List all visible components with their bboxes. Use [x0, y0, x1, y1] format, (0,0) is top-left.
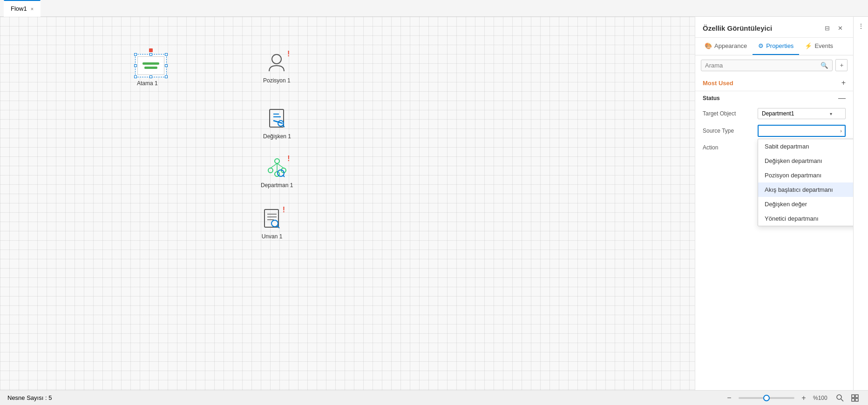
target-object-row: Target Object Department1 ▾ [695, 105, 853, 122]
tab-properties[interactable]: ⚙ Properties [753, 38, 799, 55]
atama1-label: Atama 1 [137, 80, 158, 87]
main-layout: Atama 1 ! Pozisyon 1 [0, 17, 868, 390]
degisken1-icon [266, 108, 288, 130]
red-handle-atama1 [149, 48, 153, 52]
tab-bar: Flow1 × [0, 0, 868, 17]
grid-icon [851, 394, 859, 402]
target-object-label: Target Object [703, 110, 754, 117]
svg-line-9 [277, 163, 284, 168]
search-button[interactable]: 🔍 [821, 62, 828, 69]
atama-line-1 [142, 62, 159, 65]
departman1-icon [266, 156, 288, 179]
dropdown-item-5[interactable]: Yönetici departmanı [758, 211, 853, 226]
status-bar: Nesne Sayısı : 5 − + %100 [0, 390, 868, 405]
dropdown-item-2[interactable]: Pozisyon departmanı [758, 168, 853, 182]
zoom-slider-track[interactable] [739, 397, 794, 399]
grid-toggle-button[interactable] [849, 392, 861, 404]
search-row: 🔍 ＋ [701, 59, 848, 71]
most-used-label: Most Used [703, 80, 733, 87]
corner-bm [149, 75, 152, 78]
pozisyon1-label: Pozisyon 1 [263, 77, 291, 84]
svg-rect-23 [852, 398, 854, 401]
dropdown-item-1[interactable]: Değişken departmanı [758, 154, 853, 168]
canvas-node-pozisyon1[interactable]: ! Pozisyon 1 [263, 52, 291, 84]
tab-events[interactable]: ⚡ Events [799, 38, 839, 55]
zoom-in-button[interactable]: + [798, 392, 809, 404]
target-object-chevron: ▾ [830, 111, 832, 116]
zoom-slider-dot [763, 395, 770, 401]
target-object-dropdown[interactable]: Department1 ▾ [758, 108, 846, 119]
svg-rect-21 [852, 395, 854, 398]
atama-node-box [135, 54, 167, 77]
status-bar-left: Nesne Sayısı : 5 [7, 394, 716, 401]
svg-rect-24 [855, 398, 858, 401]
flow1-tab-label: Flow1 [11, 5, 27, 12]
fit-icon [836, 394, 844, 402]
corner-tl [134, 53, 137, 56]
corner-br [165, 75, 168, 78]
status-label: Status [703, 95, 720, 101]
corner-lm [134, 64, 137, 67]
svg-point-4 [275, 159, 279, 163]
unvan1-label: Unvan 1 [262, 233, 283, 240]
pin-panel-button[interactable]: ⊟ [821, 22, 833, 34]
canvas-area[interactable]: Atama 1 ! Pozisyon 1 [0, 17, 695, 390]
departman1-label: Departman 1 [261, 182, 293, 189]
panel-header: Özellik Görüntüleyici ⊟ ✕ [695, 17, 853, 38]
appearance-label: Appearance [714, 42, 747, 49]
canvas-node-atama1[interactable]: Atama 1 [135, 54, 167, 87]
status-collapse-button[interactable]: — [838, 94, 846, 102]
zoom-out-button[interactable]: − [724, 392, 735, 404]
dropdown-item-3[interactable]: Akış başlatıcı departmanı [758, 182, 853, 197]
most-used-section-header: Most Used + [695, 75, 853, 91]
panel-title: Özellik Görüntüleyici [703, 24, 772, 32]
source-type-label: Source Type [703, 128, 754, 134]
add-property-button[interactable]: ＋ [835, 59, 848, 71]
events-icon: ⚡ [805, 42, 812, 49]
pozisyon1-warning: ! [287, 50, 290, 58]
properties-label: Properties [766, 42, 793, 49]
search-box: 🔍 [701, 60, 833, 71]
unvan1-icon [261, 208, 283, 230]
source-type-input[interactable] [758, 125, 846, 137]
source-type-dropdown-menu: Sabit departman Değişken departmanı Pozi… [758, 139, 853, 226]
action-label: Action [703, 144, 754, 151]
flow1-tab-close[interactable]: × [31, 6, 34, 12]
sidebar-toggle: ⋮ [853, 17, 868, 390]
degisken1-label: Değişken 1 [263, 133, 291, 140]
corner-tr [165, 53, 168, 56]
canvas-node-unvan1[interactable]: ! Unvan 1 [261, 208, 283, 240]
dropdown-item-4[interactable]: Değişken değer [758, 197, 853, 211]
canvas-node-degisken1[interactable]: Değişken 1 [263, 108, 291, 140]
events-label: Events [814, 42, 833, 49]
canvas-node-departman1[interactable]: ! Departman 1 [261, 156, 293, 189]
status-section: Status — [695, 91, 853, 105]
svg-point-17 [271, 220, 278, 227]
atama-line-2 [144, 67, 157, 69]
sidebar-toggle-button[interactable]: ⋮ [856, 20, 866, 32]
corner-tm [149, 53, 152, 56]
corner-rm [165, 64, 168, 67]
svg-line-8 [271, 163, 277, 168]
departman1-warning: ! [287, 155, 290, 163]
most-used-expand-button[interactable]: + [841, 79, 846, 87]
fit-view-button[interactable] [834, 392, 846, 404]
panel-header-actions: ⊟ ✕ [821, 22, 846, 34]
search-input[interactable] [705, 62, 818, 69]
svg-rect-22 [855, 395, 858, 398]
flow1-tab[interactable]: Flow1 × [4, 0, 41, 17]
target-object-value: Department1 ▾ [758, 108, 846, 119]
source-type-row: Source Type › Sabit departman Değişken d… [695, 122, 853, 140]
pozisyon1-icon [265, 52, 288, 74]
appearance-icon: 🎨 [705, 42, 712, 49]
svg-rect-1 [270, 109, 284, 127]
zoom-percent: %100 [813, 395, 831, 401]
tab-appearance[interactable]: 🎨 Appearance [699, 38, 753, 55]
target-object-selected: Department1 [762, 110, 794, 117]
atama-inner [137, 56, 164, 75]
dropdown-item-0[interactable]: Sabit departman [758, 139, 853, 154]
svg-point-19 [837, 395, 841, 399]
close-panel-button[interactable]: ✕ [834, 22, 846, 34]
panel-content: Most Used + Status — Target Object Depar… [695, 75, 853, 390]
svg-line-20 [841, 399, 843, 401]
